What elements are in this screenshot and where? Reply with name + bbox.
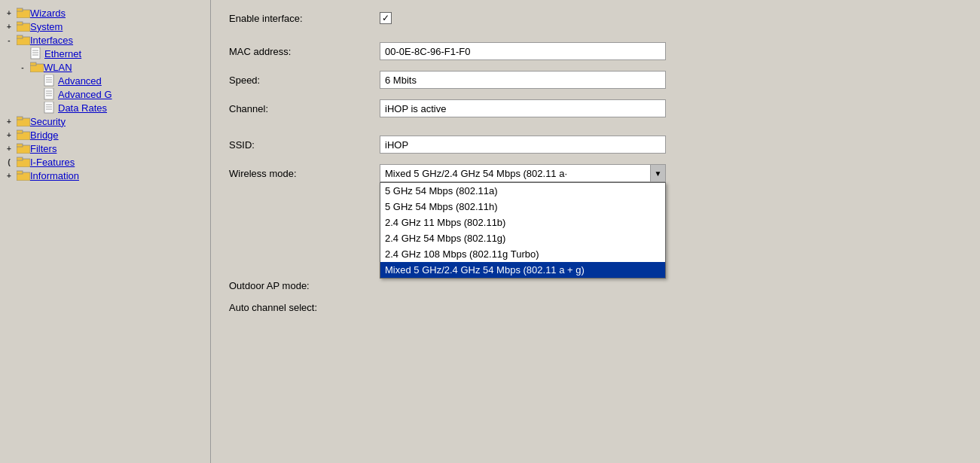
dropdown-option-4[interactable]: 2.4 GHz 108 Mbps (802.11g Turbo) [380, 246, 665, 262]
expand-wlan[interactable]: - [17, 61, 29, 73]
channel-row: Channel: [229, 99, 962, 117]
ssid-row: SSID: [229, 136, 962, 154]
sidebar-link-interfaces[interactable]: Interfaces [30, 35, 73, 46]
wireless-mode-selected-value: Mixed 5 GHz/2.4 GHz 54 Mbps (802.11 a· [380, 166, 650, 181]
doc-icon-advanced [44, 75, 56, 87]
dropdown-option-0[interactable]: 5 GHz 54 Mbps (802.11a) [380, 183, 665, 199]
expand-wizards[interactable]: + [3, 7, 15, 19]
sidebar-link-security[interactable]: Security [30, 116, 66, 127]
mac-address-label: MAC address: [229, 46, 380, 57]
sidebar-item-information[interactable]: + Information [3, 169, 207, 182]
folder-icon-wizards [17, 8, 30, 18]
ssid-label: SSID: [229, 139, 380, 151]
sidebar-item-advanced-g[interactable]: · Advanced G [3, 87, 207, 101]
folder-icon-filters [17, 143, 30, 154]
sidebar-link-information[interactable]: Information [30, 170, 79, 181]
auto-channel-row: Auto channel select: [229, 302, 962, 313]
speed-row: Speed: [229, 71, 962, 89]
doc-icon-advanced-g [44, 88, 56, 100]
enable-interface-row: Enable interface: ✓ [229, 12, 962, 24]
sidebar-item-wlan[interactable]: - WLAN [3, 60, 207, 74]
dropdown-option-1[interactable]: 5 GHz 54 Mbps (802.11h) [380, 199, 665, 215]
expand-filters[interactable]: + [3, 142, 15, 154]
sidebar-item-ethernet[interactable]: · Ethernet [3, 47, 207, 60]
enable-interface-label: Enable interface: [229, 13, 380, 24]
sidebar-item-advanced[interactable]: · Advanced [3, 74, 207, 87]
mac-address-input[interactable] [380, 42, 666, 60]
auto-channel-label: Auto channel select: [229, 302, 380, 313]
speed-label: Speed: [229, 75, 380, 86]
ssid-input[interactable] [380, 136, 666, 154]
folder-icon-wlan [30, 62, 44, 72]
svg-rect-33 [17, 171, 23, 174]
sidebar-item-data-rates[interactable]: · Data Rates [3, 101, 207, 114]
expand-information[interactable]: + [3, 169, 15, 181]
svg-rect-16 [44, 88, 53, 99]
sidebar: + Wizards + System - Interfaces · [0, 0, 211, 463]
wireless-mode-dropdown[interactable]: Mixed 5 GHz/2.4 GHz 54 Mbps (802.11 a· ▼… [380, 164, 666, 182]
wireless-mode-select-box[interactable]: Mixed 5 GHz/2.4 GHz 54 Mbps (802.11 a· ▼ [380, 164, 666, 182]
sidebar-link-system[interactable]: System [30, 21, 63, 32]
sidebar-item-system[interactable]: + System [3, 20, 207, 33]
channel-label: Channel: [229, 103, 380, 114]
expand-system[interactable]: + [3, 20, 15, 32]
folder-icon-security [17, 116, 30, 126]
dropdown-option-2[interactable]: 2.4 GHz 11 Mbps (802.11b) [380, 215, 665, 230]
folder-icon-i-features [17, 157, 30, 167]
speed-input[interactable] [380, 71, 666, 89]
sidebar-item-bridge[interactable]: + Bridge [3, 128, 207, 142]
sidebar-item-i-features[interactable]: ( I-Features [3, 155, 207, 169]
sidebar-link-advanced[interactable]: Advanced [58, 75, 102, 87]
doc-icon-ethernet [30, 47, 42, 59]
folder-icon-interfaces [17, 35, 30, 45]
sidebar-link-wlan[interactable]: WLAN [44, 62, 72, 73]
wireless-mode-row: Wireless mode: Mixed 5 GHz/2.4 GHz 54 Mb… [229, 164, 962, 182]
expand-interfaces[interactable]: - [3, 34, 15, 46]
sidebar-item-interfaces[interactable]: - Interfaces [3, 33, 207, 47]
sidebar-item-wizards[interactable]: + Wizards [3, 6, 207, 20]
folder-icon-bridge [17, 129, 30, 140]
folder-icon-information [17, 170, 30, 181]
svg-rect-25 [17, 117, 23, 120]
svg-rect-20 [44, 102, 53, 113]
outdoor-ap-row: Outdoor AP mode: [229, 280, 962, 291]
wireless-mode-dropdown-list: 5 GHz 54 Mbps (802.11a) 5 GHz 54 Mbps (8… [380, 182, 666, 279]
folder-icon-system [17, 21, 30, 32]
svg-rect-1 [17, 8, 23, 11]
svg-rect-6 [31, 47, 40, 59]
expand-security[interactable]: + [3, 115, 15, 127]
svg-rect-11 [30, 62, 36, 65]
sidebar-link-bridge[interactable]: Bridge [30, 129, 59, 141]
channel-input[interactable] [380, 99, 666, 117]
doc-icon-data-rates [44, 102, 56, 114]
svg-rect-5 [17, 35, 23, 38]
outdoor-ap-label: Outdoor AP mode: [229, 280, 380, 291]
svg-rect-3 [17, 22, 23, 25]
wireless-mode-label: Wireless mode: [229, 168, 380, 179]
sidebar-link-filters[interactable]: Filters [30, 143, 56, 154]
wireless-mode-arrow[interactable]: ▼ [650, 165, 665, 181]
expand-bridge[interactable]: + [3, 129, 15, 141]
sidebar-link-data-rates[interactable]: Data Rates [58, 102, 107, 114]
svg-rect-12 [44, 75, 53, 86]
svg-rect-29 [17, 144, 23, 147]
mac-address-row: MAC address: [229, 42, 962, 60]
enable-interface-checkbox[interactable]: ✓ [380, 12, 392, 24]
sidebar-link-wizards[interactable]: Wizards [30, 8, 66, 19]
sidebar-item-security[interactable]: + Security [3, 114, 207, 128]
sidebar-link-i-features[interactable]: I-Features [30, 157, 75, 168]
dropdown-option-3[interactable]: 2.4 GHz 54 Mbps (802.11g) [380, 230, 665, 246]
sidebar-link-advanced-g[interactable]: Advanced G [58, 89, 112, 100]
svg-rect-31 [17, 157, 23, 160]
dropdown-option-5[interactable]: Mixed 5 GHz/2.4 GHz 54 Mbps (802.11 a + … [380, 262, 665, 278]
expand-i-features[interactable]: ( [3, 156, 15, 168]
sidebar-link-ethernet[interactable]: Ethernet [44, 48, 81, 59]
svg-rect-27 [17, 130, 23, 133]
sidebar-item-filters[interactable]: + Filters [3, 142, 207, 155]
main-content: Enable interface: ✓ MAC address: Speed: … [211, 0, 980, 463]
